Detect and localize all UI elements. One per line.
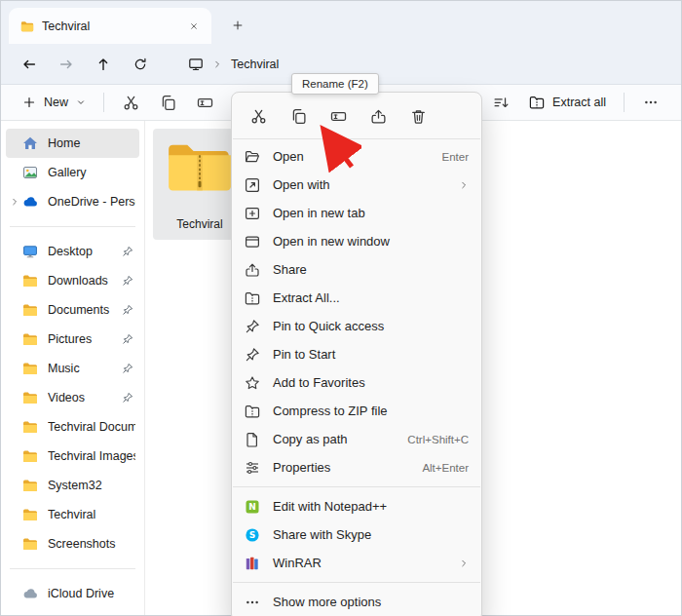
menu-item-compress-to-zip[interactable]: Compress to ZIP file — [237, 397, 476, 425]
menu-item-add-to-favorites[interactable]: Add to Favorites — [237, 368, 476, 397]
explorer-window: Techviral Techviral New Ext — [0, 0, 682, 616]
pin-icon — [122, 246, 135, 257]
menu-item-open-in-new-tab[interactable]: Open in new tab — [237, 199, 476, 227]
forward-button[interactable] — [50, 50, 83, 79]
icloud-cloud-icon — [22, 586, 40, 601]
submenu-chevron-icon — [459, 180, 469, 190]
menu-separator — [233, 582, 480, 583]
annotation-arrow — [311, 118, 361, 174]
address-bar[interactable]: Techviral — [178, 52, 288, 77]
copy-icon[interactable] — [282, 101, 315, 131]
sidebar-item-label: OneDrive - Persona — [48, 195, 135, 209]
up-button[interactable] — [87, 50, 120, 79]
sidebar-item-home[interactable]: Home — [6, 129, 139, 158]
sidebar-item-downloads[interactable]: Downloads — [6, 266, 139, 295]
folder-icon — [22, 507, 40, 522]
explorer-tab[interactable]: Techviral — [9, 8, 211, 44]
new-tab-icon — [245, 206, 262, 221]
menu-item-pin-to-quick-access[interactable]: Pin to Quick access — [237, 312, 476, 340]
open-icon — [245, 149, 262, 165]
menu-item-properties[interactable]: Properties Alt+Enter — [237, 453, 476, 481]
winrar-icon — [245, 556, 262, 571]
see-more-button[interactable] — [632, 88, 669, 117]
sidebar-item-gallery[interactable]: Gallery — [6, 158, 139, 187]
share-icon[interactable] — [361, 101, 395, 131]
menu-item-pin-to-start[interactable]: Pin to Start — [237, 340, 476, 368]
gallery-icon — [22, 165, 40, 180]
plus-icon — [22, 96, 36, 109]
music-folder-icon — [22, 361, 40, 376]
sidebar-item-label: Home — [48, 136, 135, 150]
toolbar-separator — [103, 93, 104, 112]
refresh-button[interactable] — [124, 50, 157, 79]
pin-icon — [122, 304, 135, 316]
sidebar-item-documents[interactable]: Documents — [6, 295, 139, 325]
sidebar-item-label: Gallery — [48, 166, 135, 179]
sidebar-item-videos[interactable]: Videos — [6, 383, 139, 412]
sidebar-item-desktop[interactable]: Desktop — [6, 237, 139, 266]
share-icon — [245, 262, 262, 278]
folder-icon — [22, 448, 40, 464]
menu-item-share[interactable]: Share — [237, 255, 476, 284]
star-icon — [245, 375, 262, 391]
sidebar-item-music[interactable]: Music — [6, 354, 139, 383]
paste-button[interactable] — [186, 88, 223, 117]
sidebar-item-system32[interactable]: System32 — [6, 471, 139, 500]
folder-icon — [22, 536, 40, 552]
menu-item-open-with[interactable]: Open with — [237, 171, 476, 199]
sidebar-item-label: Screenshots — [48, 537, 135, 551]
menu-item-share-with-skype[interactable]: Share with Skype — [237, 520, 476, 549]
zip-folder-icon — [167, 140, 233, 195]
sidebar-item-label: System32 — [48, 479, 135, 492]
new-window-icon — [245, 234, 262, 250]
sidebar-item-label: Downloads — [48, 274, 122, 288]
tab-close-icon[interactable] — [184, 17, 204, 36]
home-icon — [22, 135, 40, 151]
menu-item-extract-all[interactable]: Extract All... — [237, 284, 476, 312]
folder-icon — [22, 419, 40, 435]
back-button[interactable] — [13, 50, 46, 79]
extract-all-icon — [245, 290, 262, 306]
properties-icon — [245, 460, 262, 476]
copy-button[interactable] — [149, 88, 186, 117]
menu-item-winrar[interactable]: WinRAR — [237, 549, 476, 577]
sidebar-item-techviral-images[interactable]: Techviral Images — [6, 442, 139, 471]
this-pc-icon — [188, 57, 204, 72]
pictures-folder-icon — [22, 331, 40, 347]
expand-chevron-icon[interactable] — [10, 197, 22, 207]
delete-icon[interactable] — [401, 101, 435, 131]
sidebar-item-label: Videos — [48, 391, 122, 404]
sidebar-item-icloud-drive[interactable]: iCloud Drive — [6, 579, 139, 608]
menu-item-open-in-new-window[interactable]: Open in new window — [237, 227, 476, 255]
new-tab-button[interactable] — [225, 13, 250, 38]
menu-item-show-more-options[interactable]: Show more options — [237, 588, 476, 616]
downloads-folder-icon — [22, 273, 40, 289]
sidebar-divider — [10, 568, 135, 569]
sidebar-item-pictures[interactable]: Pictures — [6, 325, 139, 354]
sidebar-item-techviral[interactable]: Techviral — [6, 500, 139, 529]
new-button[interactable]: New — [13, 88, 95, 117]
sidebar-item-label: Pictures — [48, 332, 122, 346]
cut-icon[interactable] — [242, 101, 275, 131]
menu-separator — [233, 486, 480, 487]
desktop-icon — [22, 244, 40, 259]
menu-item-copy-as-path[interactable]: Copy as path Ctrl+Shift+C — [237, 425, 476, 453]
sidebar-item-label: Music — [48, 362, 122, 375]
pin-icon — [245, 319, 262, 334]
cut-button[interactable] — [112, 88, 149, 117]
extract-all-label: Extract all — [552, 96, 606, 109]
sidebar-item-screenshots[interactable]: Screenshots — [6, 529, 139, 558]
sidebar-divider — [10, 226, 135, 227]
tab-title: Techviral — [42, 19, 176, 33]
sidebar-item-techviral-documents[interactable]: Techviral Docum — [6, 412, 139, 442]
extract-all-button[interactable]: Extract all — [519, 88, 616, 117]
zip-icon — [245, 404, 262, 419]
menu-item-edit-with-notepadpp[interactable]: Edit with Notepad++ — [237, 492, 476, 520]
submenu-chevron-icon — [459, 558, 469, 568]
sort-button[interactable] — [482, 88, 519, 117]
breadcrumb-current-folder[interactable]: Techviral — [231, 58, 279, 71]
document-icon — [245, 432, 262, 447]
chevron-down-icon — [76, 97, 86, 107]
sidebar-item-onedrive[interactable]: OneDrive - Persona — [6, 187, 139, 216]
sidebar-item-label: Techviral Images — [48, 449, 135, 463]
